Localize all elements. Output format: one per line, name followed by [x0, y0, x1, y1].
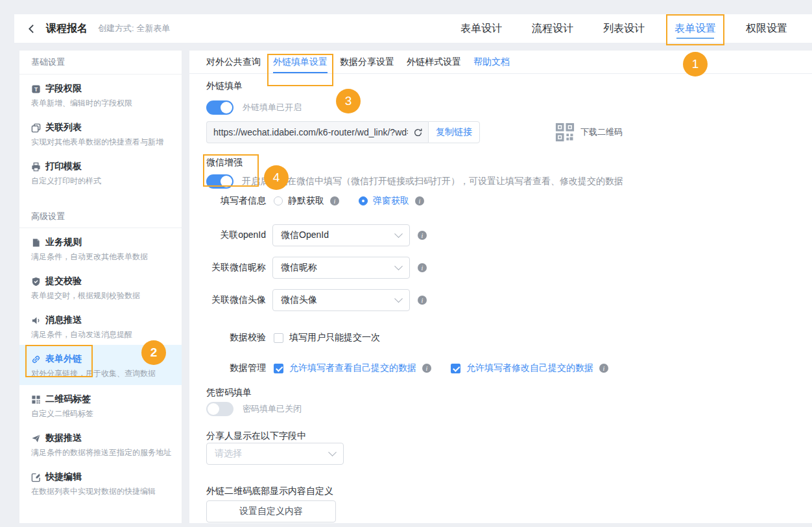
radio-popup-fetch[interactable]: [359, 196, 368, 205]
nickname-select[interactable]: 微信昵称: [272, 257, 410, 279]
top-header: 课程报名 创建方式: 全新表单 表单设计 流程设计 列表设计 表单设置 1 权限…: [14, 14, 812, 43]
link-url-value: https://wechat.idabei.com/k6-router/wd_l…: [213, 127, 408, 137]
form-link-toggle[interactable]: [206, 100, 233, 115]
sidebar-section-advanced: 高级设置: [19, 191, 182, 228]
submit-once-label[interactable]: 填写用户只能提交一次: [289, 332, 380, 344]
sidebar-section-basic: 基础设置: [19, 51, 182, 75]
set-custom-content-button[interactable]: 设置自定义内容: [206, 500, 336, 522]
tab-link-style[interactable]: 外链样式设置: [407, 51, 461, 73]
nickname-row: 关联微信昵称 微信昵称 i: [206, 257, 427, 279]
related-list-icon: [31, 123, 41, 133]
nav-tab-form-design[interactable]: 表单设计: [460, 14, 502, 43]
sidebar-item-message-push[interactable]: 消息推送 满足条件，自动发送消息提醒: [19, 306, 182, 345]
password-fill-status: 密码填单已关闭: [243, 403, 302, 415]
chevron-down-icon: [394, 262, 403, 270]
wechat-enhance-toggle[interactable]: [206, 174, 233, 189]
nav-tab-permission-settings[interactable]: 权限设置: [746, 14, 787, 43]
allow-view-label[interactable]: 允许填写者查看自己提交的数据: [289, 362, 416, 374]
sidebar-item-qrcode-label[interactable]: 二维码标签 自定义二维码标签: [19, 385, 182, 424]
qr-custom-row: 设置自定义内容: [206, 500, 336, 522]
share-field-select[interactable]: 请选择: [206, 443, 344, 465]
sidebar-item-submit-validation[interactable]: 提交校验 表单提交时，根据规则校验数据: [19, 267, 182, 306]
chevron-down-icon: [328, 448, 337, 456]
copy-link-button[interactable]: 复制链接: [428, 121, 480, 143]
svg-text:T: T: [34, 86, 38, 92]
nav-tab-list-design[interactable]: 列表设计: [603, 14, 645, 43]
share-field-row: 请选择: [206, 443, 344, 465]
data-management-label: 数据管理: [206, 362, 266, 374]
form-link-status: 外链填单已开启: [243, 102, 302, 113]
download-qr-button[interactable]: 下载二维码: [555, 123, 623, 142]
password-toggle-row: 密码填单已关闭: [206, 402, 302, 416]
sidebar-item-related-list[interactable]: 关联列表 实现对其他表单数据的快捷查看与新增: [19, 113, 182, 152]
wechat-enhance-label: 微信增强: [206, 157, 623, 169]
document-icon: [31, 238, 41, 248]
link-url-field[interactable]: https://wechat.idabei.com/k6-router/wd_l…: [206, 121, 428, 143]
popup-info-icon[interactable]: i: [415, 196, 424, 205]
avatar-row: 关联微信头像 微信头像 i: [206, 289, 427, 311]
avatar-info-icon[interactable]: i: [418, 296, 427, 305]
nickname-label: 关联微信昵称: [206, 262, 266, 274]
link-icon: [31, 355, 41, 364]
main-content: 对外公共查询 外链填单设置 3 数据分享设置 外链样式设置 帮助文档 外链填单 …: [189, 51, 812, 523]
avatar-select[interactable]: 微信头像: [272, 289, 410, 311]
paper-plane-icon: [31, 434, 41, 443]
shield-check-icon: [31, 277, 41, 287]
data-validation-label: 数据校验: [206, 332, 266, 344]
form-link-toggle-row: 外链填单已开启: [206, 100, 302, 115]
submit-once-checkbox[interactable]: [274, 333, 283, 343]
active-nav-underline: [676, 38, 714, 39]
help-doc-link[interactable]: 帮助文档: [473, 51, 510, 73]
page-title: 课程报名: [46, 22, 88, 36]
qr-code-icon: [555, 123, 575, 142]
sidebar-item-data-push[interactable]: 数据推送 满足条件的数据将推送至指定的服务地址: [19, 424, 182, 463]
openid-label: 关联openId: [206, 229, 266, 241]
active-tab-underline: [273, 72, 328, 73]
radio-silent-label[interactable]: 静默获取: [288, 195, 324, 207]
openid-select[interactable]: 微信OpenId: [272, 224, 410, 246]
field-permission-icon: T: [31, 84, 41, 94]
wechat-enhance-block: 微信增强 开启后仅能在微信中填写（微信打开链接或扫码打开），可设置让填写者查看、…: [206, 157, 623, 189]
allow-edit-info-icon[interactable]: i: [599, 364, 608, 373]
data-validation-row: 数据校验 填写用户只能提交一次: [206, 331, 380, 344]
radio-silent-fetch[interactable]: [274, 196, 283, 205]
sidebar-item-quick-edit[interactable]: 快捷编辑 在数据列表中实现对数据的快捷编辑: [19, 463, 182, 502]
filler-info-row: 填写者信息 静默获取 i 弹窗获取 i: [206, 194, 424, 207]
nickname-info-icon[interactable]: i: [418, 263, 427, 272]
sidebar-item-form-link[interactable]: 表单外链 2 对外分享链接，用于收集、查询数据: [19, 345, 182, 385]
qr-custom-label: 外链二维码底部显示内容自定义: [206, 486, 333, 497]
refresh-icon[interactable]: [413, 128, 423, 137]
download-qr-label: 下载二维码: [580, 126, 623, 138]
sidebar-item-field-permission[interactable]: T 字段权限 表单新增、编辑时的字段权限: [19, 75, 182, 113]
allow-edit-label[interactable]: 允许填写者修改自己提交的数据: [466, 362, 593, 374]
openid-row: 关联openId 微信OpenId i: [206, 224, 427, 246]
data-management-row: 数据管理 允许填写者查看自己提交的数据 i 允许填写者修改自己提交的数据 i: [206, 362, 608, 375]
tab-data-share[interactable]: 数据分享设置: [340, 51, 394, 73]
printer-icon: [31, 162, 41, 172]
back-icon[interactable]: [26, 23, 37, 34]
nav-tab-form-settings[interactable]: 表单设置 1: [675, 14, 716, 43]
tab-public-query[interactable]: 对外公共查询: [206, 51, 261, 73]
sidebar-item-business-rule[interactable]: 业务规则 满足条件，自动更改其他表单数据: [19, 228, 182, 267]
password-fill-toggle[interactable]: [206, 402, 233, 416]
radio-popup-label[interactable]: 弹窗获取: [373, 195, 409, 207]
openid-info-icon[interactable]: i: [418, 231, 427, 240]
avatar-label: 关联微信头像: [206, 294, 266, 306]
annotation-step-3: 3: [336, 89, 361, 113]
link-url-box: https://wechat.idabei.com/k6-router/wd_l…: [206, 121, 480, 143]
wechat-enhance-desc: 开启后仅能在微信中填写（微信打开链接或扫码打开），可设置让填写者查看、修改提交的…: [242, 176, 623, 187]
allow-view-info-icon[interactable]: i: [422, 364, 431, 373]
settings-sidebar: 基础设置 T 字段权限 表单新增、编辑时的字段权限 关联列表 实现对其他表单数据…: [19, 51, 182, 523]
nav-tab-flow-design[interactable]: 流程设计: [532, 14, 573, 43]
speaker-icon: [31, 316, 41, 325]
sidebar-item-print-template[interactable]: 打印模板 自定义打印时的样式: [19, 152, 182, 191]
page-subtitle: 创建方式: 全新表单: [98, 23, 170, 34]
silent-info-icon[interactable]: i: [330, 196, 339, 205]
password-fill-label: 凭密码填单: [206, 387, 252, 399]
tab-external-link-fill[interactable]: 外链填单设置 3: [273, 51, 328, 73]
form-link-url-row: https://wechat.idabei.com/k6-router/wd_l…: [206, 121, 623, 143]
form-link-label: 外链填单: [206, 80, 243, 92]
allow-edit-checkbox[interactable]: [451, 364, 460, 373]
top-nav: 表单设计 流程设计 列表设计 表单设置 1 权限设置: [460, 14, 812, 43]
allow-view-checkbox[interactable]: [274, 364, 283, 373]
